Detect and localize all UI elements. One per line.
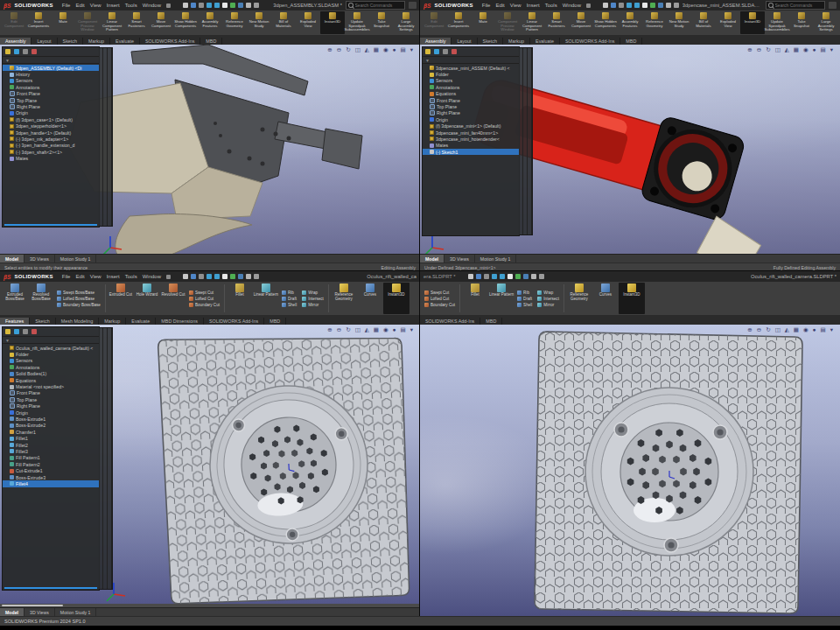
document-tab[interactable]: Model bbox=[0, 608, 24, 616]
undo-icon[interactable] bbox=[214, 3, 220, 8]
curves-button[interactable]: Curves bbox=[592, 283, 619, 314]
linear-pattern-button[interactable]: Linear Pattern bbox=[253, 283, 279, 314]
pin-icon[interactable] bbox=[586, 4, 591, 8]
ribbon-button[interactable]: Reference Geometry bbox=[642, 11, 667, 34]
document-tab[interactable]: Motion Study 1 bbox=[55, 608, 97, 616]
ribbon-button[interactable]: Smart Fasteners bbox=[124, 11, 149, 34]
command-tab[interactable]: Assembly bbox=[0, 38, 32, 45]
apply-scene-icon[interactable]: ▤ bbox=[821, 46, 826, 53]
tree-item[interactable]: (-) 3pen_handle_extension_d bbox=[3, 143, 99, 149]
undo-icon[interactable] bbox=[634, 3, 640, 8]
new-document-icon[interactable] bbox=[183, 3, 188, 8]
tree-item[interactable]: Oculus_rift_walled_camera (Default) < bbox=[3, 345, 99, 351]
draft-button[interactable]: Draft bbox=[517, 297, 532, 301]
hide-show-items-icon[interactable]: ◉ bbox=[383, 326, 388, 333]
tree-item[interactable]: Annotations bbox=[3, 364, 99, 370]
apply-scene-icon[interactable]: ▤ bbox=[821, 326, 826, 333]
wrap-button[interactable]: Wrap bbox=[537, 290, 559, 295]
view-orientation-icon[interactable]: ◭ bbox=[365, 46, 369, 53]
redo-icon[interactable] bbox=[222, 3, 228, 8]
zoom-to-fit-icon[interactable]: ⊕ bbox=[747, 46, 752, 53]
search-input[interactable] bbox=[775, 3, 822, 8]
print-icon[interactable] bbox=[626, 3, 632, 8]
tree-item[interactable]: 3dpencase_mini_fan40mm<1> bbox=[423, 130, 519, 136]
section-view-icon[interactable]: ◫ bbox=[775, 326, 780, 333]
command-tab[interactable]: MBD Dimensions bbox=[156, 318, 204, 325]
tree-item[interactable]: Solid Bodies(1) bbox=[3, 371, 99, 377]
print-icon[interactable] bbox=[492, 274, 497, 279]
zoom-to-fit-icon[interactable]: ⊕ bbox=[747, 326, 752, 333]
draft-button[interactable]: Draft bbox=[282, 297, 297, 301]
ribbon-button[interactable]: Exploded View bbox=[716, 11, 740, 34]
tree-item[interactable]: Boss-Extrude2 bbox=[3, 423, 99, 429]
command-tab[interactable]: Markup bbox=[503, 38, 530, 45]
curves-button[interactable]: Curves bbox=[357, 283, 383, 314]
tree-item[interactable]: Material <not specified> bbox=[3, 383, 99, 389]
intersect-button[interactable]: Intersect bbox=[302, 297, 324, 301]
menu-item[interactable]: View bbox=[90, 3, 102, 8]
ribbon-button[interactable]: Show Hidden Components bbox=[593, 11, 618, 34]
command-tab[interactable]: SOLIDWORKS Add-Ins bbox=[140, 38, 200, 45]
user-avatar[interactable] bbox=[409, 2, 416, 9]
viewport-oculus-part[interactable]: ⊕⊖↻◫◭▦◉●▤▾ ▼ Oculus_rift_walled_camera (… bbox=[0, 325, 420, 604]
undo-icon[interactable] bbox=[500, 274, 505, 279]
rib-button[interactable]: Rib bbox=[517, 290, 532, 295]
menu-item[interactable]: File bbox=[62, 274, 71, 279]
ribbon-button[interactable]: Update Speedpak Subassemblies bbox=[345, 11, 369, 34]
viewport-3dpen-assembly[interactable]: ⊕⊖↻◫◭▦◉●▤▾ ▼ 3dpen_ASSEMBLY (Default) <D… bbox=[0, 45, 420, 254]
boundary-cut-button[interactable]: Boundary Cut bbox=[189, 303, 220, 307]
tree-item[interactable]: Top Plane bbox=[423, 103, 519, 109]
tree-item[interactable]: 3dpencase_mini_ASSEM (Default) < bbox=[423, 65, 519, 71]
ribbon-button[interactable]: New Motion Study bbox=[247, 11, 271, 34]
configurationmanager-tab-icon[interactable] bbox=[23, 49, 28, 54]
command-tab[interactable]: SOLIDWORKS Add-Ins bbox=[420, 318, 480, 325]
view-settings-icon[interactable]: ▾ bbox=[410, 46, 413, 53]
rebuild-icon[interactable] bbox=[658, 3, 663, 8]
tree-item[interactable]: 3dpen_handle<1> (Default) bbox=[3, 130, 99, 136]
configurationmanager-tab-icon[interactable] bbox=[443, 49, 448, 54]
tree-filter[interactable]: ▼ bbox=[423, 57, 519, 64]
menu-item[interactable]: View bbox=[510, 3, 522, 8]
rebuild-icon[interactable] bbox=[238, 3, 243, 8]
tree-item[interactable]: Origin bbox=[3, 110, 99, 116]
zoom-to-fit-icon[interactable]: ⊕ bbox=[327, 326, 332, 333]
mirror-button[interactable]: Mirror bbox=[302, 303, 324, 307]
save-icon[interactable] bbox=[484, 274, 489, 279]
tree-item[interactable]: (-) 3dpen_mk_adapter<1> bbox=[3, 136, 99, 142]
command-tab[interactable]: Sketch bbox=[478, 38, 503, 45]
apply-scene-icon[interactable]: ▤ bbox=[401, 326, 406, 333]
view-settings-icon[interactable]: ▾ bbox=[830, 46, 833, 53]
zoom-to-fit-icon[interactable]: ⊕ bbox=[327, 46, 332, 53]
tree-item[interactable]: Folder bbox=[423, 71, 519, 77]
ribbon-button[interactable]: Edit Component bbox=[2, 11, 26, 34]
previous-view-icon[interactable]: ↻ bbox=[766, 46, 770, 53]
ribbon-button[interactable]: Component Preview Window bbox=[495, 11, 520, 34]
view-orientation-icon[interactable]: ◭ bbox=[785, 46, 789, 53]
view-settings-icon[interactable]: ▾ bbox=[410, 326, 413, 333]
tree-item[interactable]: Fill Pattern1 bbox=[3, 455, 99, 461]
tree-item[interactable]: 3dpencase_mini_hotendender< bbox=[423, 136, 519, 142]
tree-item[interactable]: (f) 3dpencase_mini<1> (Default) bbox=[423, 123, 519, 130]
menu-item[interactable]: Insert bbox=[107, 274, 120, 279]
tree-item[interactable]: Folder bbox=[3, 351, 99, 357]
menu-item[interactable]: Tools bbox=[545, 3, 557, 8]
appearances-icon[interactable] bbox=[531, 274, 536, 279]
options-icon[interactable] bbox=[539, 274, 544, 279]
hole-wizard-button[interactable]: Hole Wizard bbox=[134, 283, 160, 314]
select-arrow-icon[interactable] bbox=[650, 3, 655, 8]
options-icon[interactable] bbox=[674, 3, 679, 8]
menu-item[interactable]: File bbox=[482, 3, 491, 8]
undo-icon[interactable] bbox=[214, 274, 220, 279]
viewport-3dpencase-mini[interactable]: ⊕⊖↻◫◭▦◉●▤▾ ▼ 3dpencase_mini_ASSEM (Defau… bbox=[420, 45, 840, 254]
tree-item[interactable]: Cut-Extrude1 bbox=[3, 467, 99, 473]
tree-item[interactable]: Origin bbox=[3, 410, 99, 416]
document-tab[interactable]: Model bbox=[420, 255, 444, 262]
command-tab[interactable]: MBD bbox=[200, 38, 222, 45]
tree-item[interactable]: History bbox=[3, 71, 99, 77]
tree-filter[interactable]: ▼ bbox=[3, 57, 99, 64]
dimxpertmanager-tab-icon[interactable] bbox=[32, 49, 37, 54]
rib-button[interactable]: Rib bbox=[282, 290, 297, 295]
boundary-boss-button[interactable]: Boundary Boss/Base bbox=[57, 303, 101, 307]
document-tab[interactable]: Model bbox=[0, 255, 24, 262]
open-icon[interactable] bbox=[191, 274, 196, 279]
